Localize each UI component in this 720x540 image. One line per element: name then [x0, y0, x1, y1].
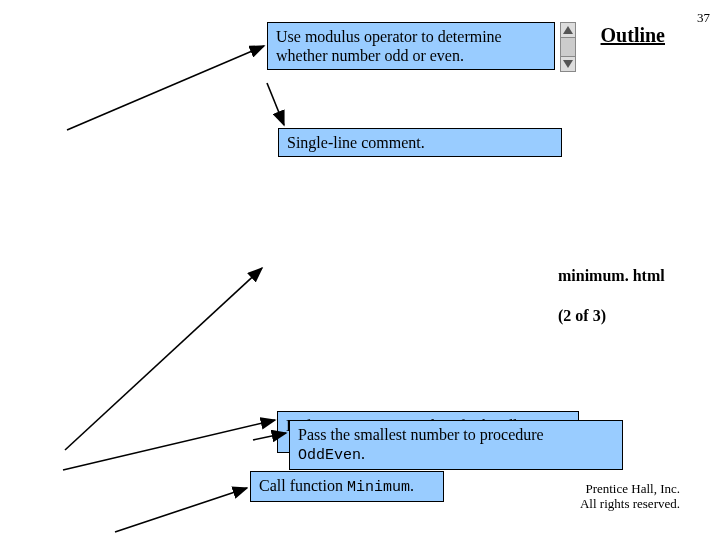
svg-line-0 — [67, 46, 264, 130]
callout-call-dot: . — [410, 477, 414, 494]
callout-pass-dot: . — [361, 445, 365, 462]
callout-call-function: Call function Minimum. — [250, 471, 444, 502]
caption-pager: (2 of 3) — [558, 307, 606, 324]
caption-file: minimum. html — [558, 267, 665, 284]
callout-modulus: Use modulus operator to determine whethe… — [267, 22, 555, 70]
callout-call-pre: Call function — [259, 477, 347, 494]
callout-pass-fn: OddEven — [298, 447, 361, 464]
scrollbar-vertical[interactable] — [560, 22, 576, 72]
scroll-up-button[interactable] — [560, 22, 576, 38]
callout-single-line-comment: Single-line comment. — [278, 128, 562, 157]
slide-number: 37 — [697, 10, 710, 26]
callout-pass-smallest: Pass the smallest number to procedure Od… — [289, 420, 623, 470]
scroll-down-button[interactable] — [560, 56, 576, 72]
copyright: Prentice Hall, Inc. All rights reserved. — [580, 481, 680, 512]
copyright-line1: Prentice Hall, Inc. — [580, 481, 680, 497]
copyright-line2: All rights reserved. — [580, 496, 680, 512]
callout-pass-pre: Pass the smallest number to procedure — [298, 426, 544, 443]
outline-link[interactable]: Outline — [601, 24, 665, 47]
slide-caption: minimum. html (2 of 3) — [558, 246, 665, 326]
svg-line-3 — [63, 420, 275, 470]
svg-line-2 — [65, 268, 262, 450]
svg-line-5 — [115, 488, 247, 532]
svg-line-1 — [267, 83, 284, 125]
callout-call-fn: Minimum — [347, 479, 410, 496]
